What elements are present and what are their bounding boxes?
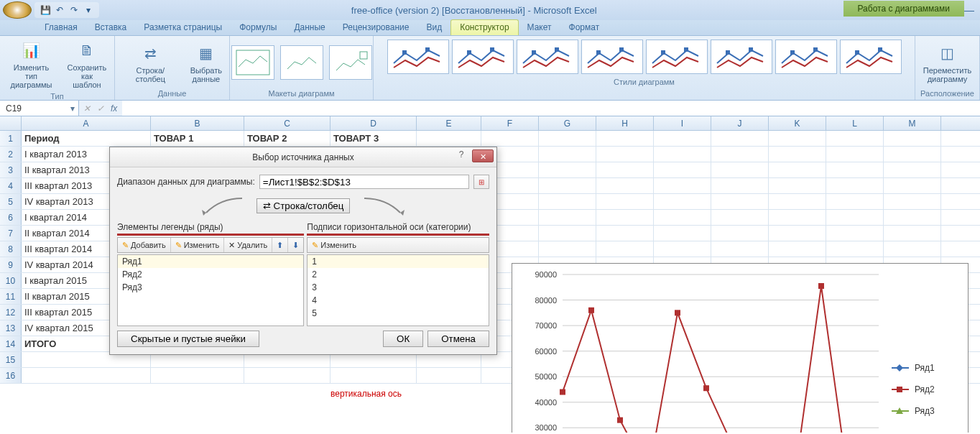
move-chart-button[interactable]: ◫ Переместить диаграмму — [920, 40, 974, 85]
cell[interactable] — [884, 147, 941, 162]
cell[interactable] — [539, 147, 596, 162]
row-header-10[interactable]: 10 — [0, 273, 22, 288]
namebox-dropdown-icon[interactable]: ▾ — [67, 103, 78, 114]
row-header-6[interactable]: 6 — [0, 210, 22, 225]
row-header-7[interactable]: 7 — [0, 226, 22, 241]
cell[interactable] — [884, 131, 941, 146]
save-icon[interactable]: 💾 — [39, 4, 52, 17]
chart-style-7[interactable] — [775, 40, 837, 74]
cell[interactable]: ТОВАРТ 3 — [330, 131, 417, 146]
cell[interactable] — [769, 131, 826, 146]
cell[interactable] — [769, 162, 826, 177]
cell[interactable] — [769, 194, 826, 209]
tab-вид[interactable]: Вид — [417, 20, 450, 35]
row-header-11[interactable]: 11 — [0, 289, 22, 304]
cell[interactable] — [711, 131, 769, 146]
chart-style-4[interactable] — [581, 40, 643, 74]
cancel-button[interactable]: Отмена — [427, 331, 489, 347]
row-header-14[interactable]: 14 — [0, 336, 22, 351]
list-item[interactable]: Ряд2 — [118, 268, 303, 281]
cell[interactable] — [826, 210, 884, 225]
cell[interactable] — [826, 226, 884, 241]
row-header-1[interactable]: 1 — [0, 131, 22, 146]
cell[interactable] — [884, 210, 941, 225]
save-template-button[interactable]: 🗎 Сохранить как шаблон — [64, 37, 110, 91]
cell[interactable] — [539, 162, 596, 177]
list-item[interactable]: Ряд1 — [118, 255, 303, 268]
cell[interactable] — [654, 241, 711, 257]
column-header-C[interactable]: C — [244, 116, 330, 130]
tab-конструктор[interactable]: Конструктор — [450, 19, 518, 35]
switch-row-column-button[interactable]: ⇄Строка/столбец — [256, 198, 351, 213]
series-listbox[interactable]: Ряд1Ряд2Ряд3 — [117, 254, 304, 326]
cell[interactable] — [596, 131, 654, 146]
edit-series-button[interactable]: ✎Изменить — [171, 238, 225, 252]
cell[interactable] — [654, 194, 711, 209]
cell[interactable] — [711, 210, 769, 225]
qat-dropdown-icon[interactable]: ▾ — [82, 4, 95, 17]
add-series-button[interactable]: ✎Добавить — [118, 238, 171, 252]
fx-icon[interactable]: fx — [108, 103, 119, 114]
row-header-3[interactable]: 3 — [0, 162, 22, 177]
tab-формулы[interactable]: Формулы — [231, 20, 285, 35]
cell[interactable] — [711, 162, 769, 177]
row-header-5[interactable]: 5 — [0, 194, 22, 209]
cell[interactable] — [654, 210, 711, 225]
cell[interactable] — [769, 226, 826, 241]
chart-style-8[interactable] — [840, 40, 902, 74]
chart-layout-3[interactable] — [329, 45, 372, 80]
cell[interactable] — [884, 241, 941, 257]
cell[interactable] — [539, 226, 596, 241]
cell[interactable] — [596, 241, 654, 257]
cell[interactable] — [539, 178, 596, 193]
hidden-cells-button[interactable]: Скрытые и пустые ячейки — [117, 331, 259, 347]
column-header-B[interactable]: B — [151, 116, 244, 130]
cell[interactable] — [826, 147, 884, 162]
undo-icon[interactable]: ↶ — [53, 4, 66, 17]
formula-input[interactable] — [122, 101, 980, 116]
name-box[interactable]: C19 ▾ — [0, 101, 79, 116]
row-header-2[interactable]: 2 — [0, 147, 22, 162]
cell[interactable] — [826, 178, 884, 193]
cell[interactable] — [539, 131, 596, 146]
cell[interactable] — [826, 194, 884, 209]
cell[interactable]: Период — [22, 131, 151, 146]
cell[interactable] — [654, 226, 711, 241]
cell[interactable] — [769, 147, 826, 162]
row-header-15[interactable]: 15 — [0, 352, 22, 367]
cell[interactable] — [244, 368, 330, 383]
column-header-G[interactable]: G — [539, 116, 596, 130]
column-header-I[interactable]: I — [654, 116, 711, 130]
cell[interactable] — [596, 226, 654, 241]
tab-разметка страницы[interactable]: Разметка страницы — [135, 20, 231, 35]
delete-series-button[interactable]: ✕Удалить — [224, 238, 272, 252]
cell[interactable] — [826, 162, 884, 177]
tab-формат[interactable]: Формат — [560, 20, 609, 35]
cell[interactable]: ТОВАР 2 — [244, 131, 330, 146]
select-all-corner[interactable] — [0, 116, 22, 130]
chart-style-3[interactable] — [517, 40, 578, 74]
enter-icon[interactable]: ✓ — [96, 103, 106, 114]
help-icon[interactable]: ? — [455, 149, 468, 160]
cell[interactable] — [330, 368, 417, 383]
select-data-button[interactable]: ▦ Выбрать данные — [188, 40, 225, 85]
column-header-D[interactable]: D — [330, 116, 417, 130]
cell[interactable] — [151, 368, 244, 383]
cell[interactable] — [884, 194, 941, 209]
cell[interactable] — [539, 210, 596, 225]
ok-button[interactable]: ОК — [383, 331, 423, 347]
row-header-12[interactable]: 12 — [0, 305, 22, 320]
data-range-input[interactable] — [259, 175, 469, 189]
move-down-button[interactable]: ⬇ — [288, 238, 303, 252]
cell[interactable] — [884, 178, 941, 193]
cell[interactable] — [884, 162, 941, 177]
row-header-16[interactable]: 16 — [0, 368, 22, 383]
cell[interactable] — [539, 241, 596, 257]
chart-layout-2[interactable] — [280, 45, 323, 80]
redo-icon[interactable]: ↷ — [68, 4, 80, 17]
column-header-J[interactable]: J — [711, 116, 769, 130]
tab-макет[interactable]: Макет — [519, 20, 560, 35]
cell[interactable] — [711, 226, 769, 241]
chart-style-2[interactable] — [452, 40, 514, 74]
column-header-E[interactable]: E — [417, 116, 481, 130]
